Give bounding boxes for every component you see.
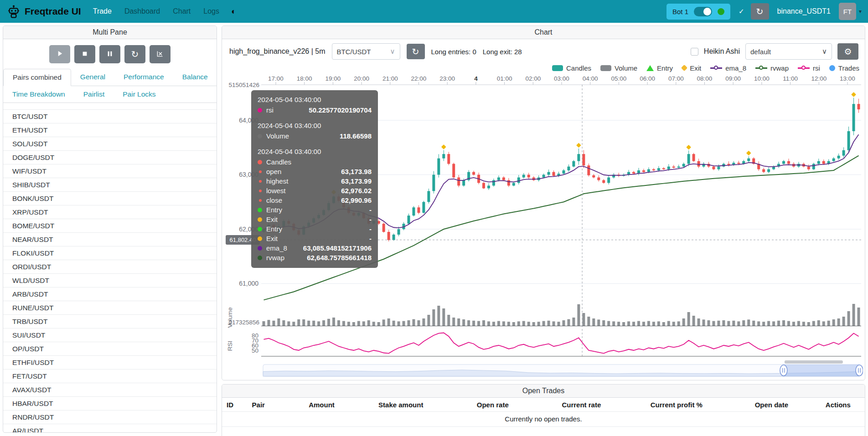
- tab-pairlist[interactable]: Pairlist: [74, 86, 114, 103]
- bot-stop-button[interactable]: [74, 45, 95, 63]
- pair-list-item[interactable]: RUNE/USDT: [3, 301, 217, 315]
- theme-toggle-icon[interactable]: ◐: [231, 7, 236, 16]
- column-header-stake-amount: Stake amount: [353, 401, 449, 409]
- pair-list-item[interactable]: ARB/USDT: [3, 287, 217, 301]
- multi-pane-card: Multi Pane ↻ Pairs combinedGeneralPerfor…: [3, 26, 217, 433]
- bot-forget-chart-button[interactable]: [150, 45, 170, 63]
- tab-pairs-combined[interactable]: Pairs combined: [3, 69, 71, 86]
- trades-swatch-icon: [829, 65, 835, 71]
- brand[interactable]: Freqtrade UI: [6, 4, 81, 19]
- tooltip-row-volume: Volume118.66598: [258, 131, 372, 141]
- pair-list-item[interactable]: XRP/USDT: [3, 205, 217, 219]
- pair-list-item[interactable]: ETHFI/USDT: [3, 356, 217, 369]
- nav-link-trade[interactable]: Trade: [93, 7, 112, 15]
- pair-list-item[interactable]: SHIB/USDT: [3, 178, 217, 192]
- svg-text:61,000: 61,000: [239, 280, 258, 287]
- pair-select[interactable]: BTC/USDT ∨: [332, 43, 400, 60]
- exit-diamond-icon: [681, 65, 687, 71]
- svg-text:515051426: 515051426: [228, 82, 259, 88]
- legend-item-exit[interactable]: Exit: [682, 64, 701, 72]
- exit-marker-icon: [746, 150, 751, 155]
- datazoom-handle[interactable]: [780, 365, 787, 376]
- pair-list-item[interactable]: AR/USDT: [3, 424, 217, 433]
- tab-general[interactable]: General: [71, 69, 114, 86]
- tab-balance[interactable]: Balance: [173, 69, 217, 86]
- pair-list-item[interactable]: SOL/USDT: [3, 137, 217, 151]
- chart-toolbar-right: Heikin Ashi default ∨ ⚙: [691, 43, 860, 60]
- bot-play-button[interactable]: [49, 45, 70, 63]
- open-trades-header: Open Trades: [222, 385, 865, 398]
- pair-list-item[interactable]: WLD/USDT: [3, 274, 217, 287]
- robot-logo-icon: [6, 4, 21, 19]
- navbar-right: Bot 1 ✓ ↻ binance_USDT1 FT ▾: [666, 3, 862, 20]
- tab-time-breakdown[interactable]: Time Breakdown: [3, 86, 74, 103]
- bot-panel[interactable]: Bot 1: [666, 4, 730, 20]
- bot-pause-button[interactable]: [99, 45, 120, 63]
- avatar[interactable]: FT: [839, 3, 856, 20]
- open-trades-card: Open Trades IDPairAmountStake amountOpen…: [222, 384, 865, 436]
- pair-list-item[interactable]: ORDI/USDT: [3, 260, 217, 274]
- svg-text:13:00: 13:00: [840, 75, 855, 82]
- legend-item-trades[interactable]: Trades: [829, 64, 859, 72]
- entry-triangle-icon: [646, 65, 654, 71]
- nav-link-dashboard[interactable]: Dashboard: [124, 7, 160, 15]
- avatar-caret-icon[interactable]: ▾: [859, 8, 862, 15]
- tab-pair-locks[interactable]: Pair Locks: [114, 86, 165, 103]
- pair-list-item[interactable]: BTC/USDT: [3, 110, 217, 123]
- chart-legend: CandlesVolumeEntryExitema_8rvwaprsiTrade…: [222, 63, 859, 73]
- datazoom-handle[interactable]: [856, 365, 863, 376]
- reload-bot-button[interactable]: ↻: [751, 3, 769, 20]
- chart-tooltip: 2024-05-04 03:40:00rsi50.225770201907042…: [251, 90, 378, 268]
- tooltip-row-highest: highest63,173.99: [258, 176, 372, 186]
- plot-config-select[interactable]: default ∨: [745, 43, 832, 60]
- svg-text:03:00: 03:00: [554, 75, 569, 82]
- legend-item-candles[interactable]: Candles: [552, 64, 591, 72]
- bot-name-label: Bot 1: [672, 8, 688, 15]
- legend-item-rsi[interactable]: rsi: [798, 64, 820, 72]
- pair-list-item[interactable]: SUI/USDT: [3, 328, 217, 342]
- stop-icon: [82, 51, 88, 58]
- legend-item-entry[interactable]: Entry: [646, 64, 673, 72]
- pair-list-item[interactable]: DOGE/USDT: [3, 151, 217, 164]
- pair-list-item[interactable]: AVAX/USDT: [3, 383, 217, 397]
- column-header-current-profit-: Current profit %: [626, 401, 727, 409]
- pause-icon: [107, 51, 113, 58]
- pair-list-item[interactable]: TRB/USDT: [3, 315, 217, 328]
- tooltip-row-rsi: rsi50.22577020190704: [258, 105, 372, 115]
- pair-list-item[interactable]: NEAR/USDT: [3, 233, 217, 246]
- reload-icon: ↻: [756, 6, 764, 17]
- heikin-ashi-checkbox[interactable]: [691, 48, 698, 56]
- chart-card-header: Chart: [222, 26, 865, 39]
- pair-list-item[interactable]: OP/USDT: [3, 342, 217, 356]
- svg-text:04:00: 04:00: [583, 75, 598, 82]
- series-dot-icon: [259, 180, 262, 183]
- svg-text:10:00: 10:00: [754, 75, 770, 82]
- pair-list-item[interactable]: BONK/USDT: [3, 192, 217, 205]
- rsi-line-icon: [798, 66, 810, 70]
- tooltip-row-entry: Entry-: [258, 224, 372, 234]
- nav-link-chart[interactable]: Chart: [173, 7, 191, 15]
- pair-list-item[interactable]: RNDR/USDT: [3, 410, 217, 424]
- nav-link-logs[interactable]: Logs: [203, 7, 219, 15]
- rsi-line: [264, 333, 858, 354]
- bot-reload-button[interactable]: ↻: [124, 45, 145, 63]
- chevron-down-icon: ∨: [822, 47, 827, 56]
- tab-performance[interactable]: Performance: [114, 69, 173, 86]
- pair-list-item[interactable]: HBAR/USDT: [3, 397, 217, 410]
- chart-settings-button[interactable]: ⚙: [837, 43, 858, 60]
- column-header-id: ID: [227, 401, 252, 409]
- svg-text:06:00: 06:00: [640, 75, 655, 82]
- bot-toggle[interactable]: [694, 7, 712, 16]
- pair-list-item[interactable]: BOME/USDT: [3, 219, 217, 233]
- exit-marker-icon: [686, 145, 691, 150]
- legend-item-volume[interactable]: Volume: [600, 64, 637, 72]
- series-dot-icon: [258, 236, 262, 241]
- pair-list-item[interactable]: ETH/USDT: [3, 123, 217, 137]
- pair-list-item[interactable]: WIF/USDT: [3, 164, 217, 178]
- pair-list-item[interactable]: FLOKI/USDT: [3, 246, 217, 260]
- pair-list-item[interactable]: FET/USDT: [3, 369, 217, 383]
- legend-item-ema_8[interactable]: ema_8: [710, 64, 746, 72]
- legend-item-rvwap[interactable]: rvwap: [755, 64, 789, 72]
- tooltip-row-open: open63,173.98: [258, 167, 372, 176]
- refresh-chart-button[interactable]: ↻: [407, 44, 425, 59]
